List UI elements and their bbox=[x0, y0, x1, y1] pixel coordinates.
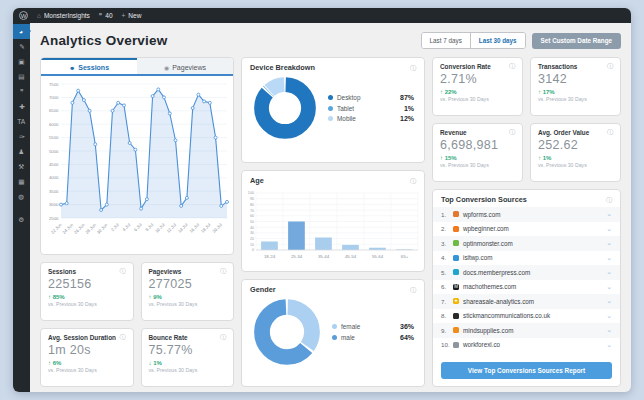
source-domain: shareasale-analytics.com bbox=[463, 298, 534, 305]
source-row-machothemes-com[interactable]: 6.Mmachothemes.com⌄ bbox=[433, 280, 620, 295]
browser-window: W ⌂ MonsterInsights ❞ 40 + New ◕✎▣▤❞✚TA✑… bbox=[13, 8, 631, 392]
sidebar-item-appearance[interactable]: ✚ bbox=[13, 99, 30, 114]
tab-sessions[interactable]: ☻ Sessions bbox=[41, 58, 137, 74]
tab-pageviews[interactable]: ◉ Pageviews bbox=[137, 58, 233, 74]
svg-text:16 Jul: 16 Jul bbox=[188, 222, 200, 234]
info-icon[interactable]: ⓘ bbox=[410, 178, 416, 184]
sidebar-item-collapse[interactable]: ⚙ bbox=[13, 212, 30, 227]
svg-text:4 Jul: 4 Jul bbox=[121, 222, 131, 232]
sources-list: 1.wpforms.com⌄2.wpbeginner.com⌄3.optinmo… bbox=[433, 207, 620, 358]
legend-item-desktop[interactable]: Desktop87% bbox=[328, 94, 414, 101]
info-icon[interactable]: ⓘ bbox=[120, 334, 126, 340]
svg-text:7500: 7500 bbox=[49, 82, 59, 87]
legend-item-mobile[interactable]: Mobile12% bbox=[328, 115, 414, 122]
source-row-wpforms-com[interactable]: 1.wpforms.com⌄ bbox=[433, 207, 620, 222]
info-icon[interactable]: ⓘ bbox=[509, 63, 515, 69]
svg-text:8 Jul: 8 Jul bbox=[144, 222, 154, 232]
view-top-conversions-sources-report-button[interactable]: View Top Conversions Sources Report bbox=[441, 362, 612, 379]
source-row-optinmonster-com[interactable]: 3.optinmonster.com⌄ bbox=[433, 236, 620, 251]
arrow-down-icon: ↓ bbox=[149, 360, 152, 366]
metric-label: Pageviews bbox=[149, 268, 182, 275]
source-domain: wpbeginner.com bbox=[463, 225, 509, 232]
sidebar-item-pages[interactable]: ▤ bbox=[13, 69, 30, 84]
appearance-icon: ✚ bbox=[19, 103, 25, 110]
gender-donut-chart bbox=[254, 299, 320, 365]
set-custom-date-range-button[interactable]: Set Custom Date Range bbox=[532, 33, 621, 49]
favicon-icon: M bbox=[453, 284, 459, 290]
last-30-days-button[interactable]: Last 30 days bbox=[470, 33, 525, 48]
svg-text:22 Jun: 22 Jun bbox=[50, 222, 63, 235]
source-row-mindsupplies-com[interactable]: 9.mindsupplies.com⌄ bbox=[433, 323, 620, 338]
favicon-icon bbox=[453, 313, 459, 319]
source-rank: 10. bbox=[441, 341, 453, 348]
info-icon[interactable]: ⓘ bbox=[410, 287, 416, 293]
wp-admin-sidebar: ◕✎▣▤❞✚TA✑♟⚒▦◍⚙ bbox=[13, 23, 30, 392]
metric-change: ↑ 22% bbox=[440, 89, 515, 95]
arrow-up-icon: ↑ bbox=[538, 89, 541, 95]
comments-menu[interactable]: ❞ 40 bbox=[99, 12, 113, 20]
favicon-icon bbox=[453, 269, 459, 275]
info-icon[interactable]: ⓘ bbox=[509, 129, 515, 135]
metric-comparison: vs. Previous 30 Days bbox=[149, 367, 227, 373]
source-domain: machothemes.com bbox=[463, 283, 516, 290]
svg-text:90: 90 bbox=[250, 197, 254, 201]
svg-text:4500: 4500 bbox=[49, 162, 59, 167]
site-menu[interactable]: ⌂ MonsterInsights bbox=[37, 12, 90, 19]
svg-text:10: 10 bbox=[250, 243, 254, 247]
last-7-days-button[interactable]: Last 7 days bbox=[422, 33, 470, 48]
info-icon[interactable]: ⓘ bbox=[606, 197, 612, 203]
svg-text:18 Jul: 18 Jul bbox=[200, 222, 212, 234]
source-row-wpbeginner-com[interactable]: 2.wpbeginner.com⌄ bbox=[433, 222, 620, 237]
panel-title: Device Breakdown bbox=[250, 63, 315, 72]
sidebar-item-settings[interactable]: ▦ bbox=[13, 174, 30, 189]
site-name: MonsterInsights bbox=[44, 12, 90, 19]
top-conversion-sources-panel: Top Conversion Sources ⓘ 1.wpforms.com⌄2… bbox=[432, 189, 621, 387]
source-rank: 5. bbox=[441, 269, 453, 276]
source-domain: optinmonster.com bbox=[463, 240, 513, 247]
legend-dot-icon bbox=[328, 95, 333, 100]
info-icon[interactable]: ⓘ bbox=[220, 334, 226, 340]
sidebar-item-comments[interactable]: ❞ bbox=[13, 84, 30, 99]
new-menu[interactable]: + New bbox=[122, 12, 142, 19]
sidebar-item-dashboard[interactable]: ◕ bbox=[13, 24, 30, 39]
metric-change: ↓ 1% bbox=[149, 360, 227, 366]
sidebar-item-text-ta[interactable]: TA bbox=[13, 114, 30, 129]
info-icon[interactable]: ⓘ bbox=[120, 268, 126, 274]
sidebar-item-media[interactable]: ▣ bbox=[13, 54, 30, 69]
source-row-shareasale-analytics-com[interactable]: 7.★shareasale-analytics.com⌄ bbox=[433, 294, 620, 309]
device-legend: Desktop87%Tablet1%Mobile12% bbox=[328, 91, 414, 126]
svg-text:25-34: 25-34 bbox=[291, 254, 303, 259]
source-rank: 4. bbox=[441, 254, 453, 261]
age-panel: Age ⓘ 010203040506070809010018-2425-3435… bbox=[241, 170, 425, 272]
svg-text:5000: 5000 bbox=[49, 149, 59, 154]
sidebar-item-posts[interactable]: ✎ bbox=[13, 39, 30, 54]
info-icon[interactable]: ⓘ bbox=[410, 65, 416, 71]
svg-text:26 Jun: 26 Jun bbox=[73, 222, 86, 235]
svg-text:60: 60 bbox=[250, 214, 254, 218]
svg-text:80: 80 bbox=[250, 203, 254, 207]
source-row-stickmancommunications-co-uk[interactable]: 8.stickmancommunications.co.uk⌄ bbox=[433, 309, 620, 324]
info-icon[interactable]: ⓘ bbox=[220, 268, 226, 274]
info-icon[interactable]: ⓘ bbox=[607, 129, 613, 135]
metric-value: 225156 bbox=[48, 277, 126, 291]
source-rank: 2. bbox=[441, 225, 453, 232]
sidebar-item-tools[interactable]: ⚒ bbox=[13, 159, 30, 174]
panel-title: Top Conversion Sources bbox=[441, 195, 527, 204]
source-row-isitwp-com[interactable]: 4.isitwp.com⌄ bbox=[433, 251, 620, 266]
info-icon[interactable]: ⓘ bbox=[607, 63, 613, 69]
main-content: Analytics Overview Last 7 days Last 30 d… bbox=[30, 23, 631, 392]
source-rank: 1. bbox=[441, 211, 453, 218]
metric-card-pageviews: Pageviewsⓘ277025↑ 9%vs. Previous 30 Days bbox=[141, 262, 235, 321]
sidebar-item-plugins[interactable]: ✑ bbox=[13, 129, 30, 144]
legend-item-female[interactable]: female36% bbox=[332, 323, 414, 330]
sidebar-item-analytics[interactable]: ◍ bbox=[13, 189, 30, 204]
svg-text:30 Jun: 30 Jun bbox=[96, 222, 109, 235]
legend-item-male[interactable]: male64% bbox=[332, 334, 414, 341]
source-row-workforexl-co[interactable]: 10.workforexl.co⌄ bbox=[433, 338, 620, 353]
arrow-up-icon: ↑ bbox=[538, 155, 541, 161]
source-row-docs-memberpress-com[interactable]: 5.docs.memberpress.com⌄ bbox=[433, 265, 620, 280]
legend-item-tablet[interactable]: Tablet1% bbox=[328, 105, 414, 112]
sidebar-item-users[interactable]: ♟ bbox=[13, 144, 30, 159]
wordpress-logo-icon[interactable]: W bbox=[19, 11, 28, 20]
svg-text:10 Jul: 10 Jul bbox=[154, 222, 166, 234]
